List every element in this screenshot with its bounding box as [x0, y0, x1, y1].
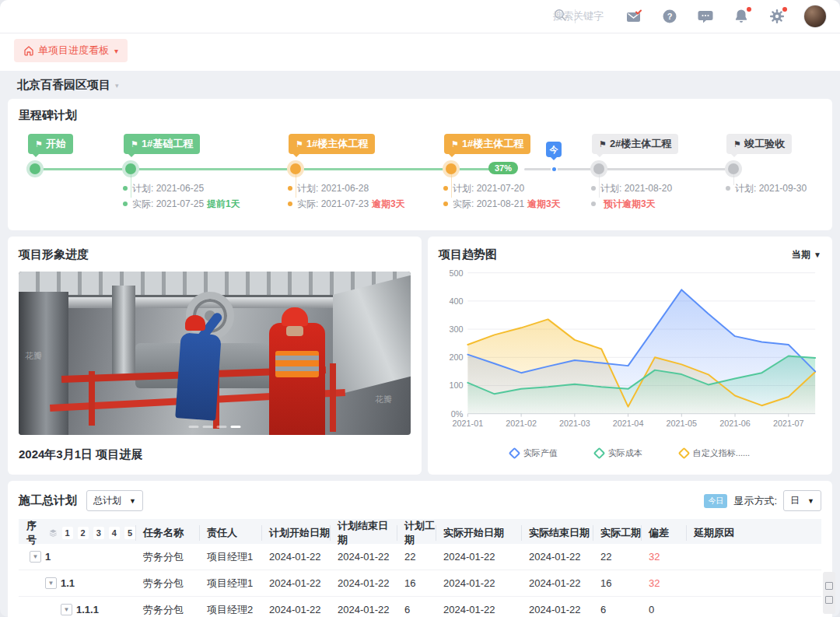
legend-marker [678, 447, 691, 460]
col-actual-start: 实际开始日期 [436, 519, 521, 547]
level-button-1[interactable]: 1 [62, 527, 73, 539]
cell-deviation: 0 [641, 604, 686, 615]
cell-plan-end: 2024-01-22 [330, 551, 397, 563]
carousel-dot[interactable] [217, 426, 227, 428]
cell-plan-end: 2024-01-22 [330, 577, 397, 589]
gear-icon[interactable] [768, 8, 786, 25]
display-mode-select[interactable]: 日 ▼ [783, 490, 821, 511]
display-mode-label: 显示方式: [733, 494, 777, 508]
cell-plan-end: 2024-01-22 [330, 604, 397, 615]
svg-text:2021-06: 2021-06 [719, 419, 751, 428]
milestone-badge: ⚑1#楼主体工程 [289, 134, 375, 154]
svg-text:2021-05: 2021-05 [666, 419, 697, 428]
cell-actual-days: 22 [593, 551, 641, 563]
legend-item[interactable]: 实际成本 [595, 447, 642, 459]
page-title: 北京百香园区项目 ▾ [17, 78, 823, 93]
bell-icon[interactable] [733, 8, 750, 25]
topbar: 搜索关键字 ? [0, 0, 840, 33]
level-button-4[interactable]: 4 [109, 527, 120, 539]
cell-actual-end: 2024-01-22 [521, 604, 593, 615]
home-icon [23, 45, 34, 56]
level-button-5[interactable]: 5 [124, 527, 135, 539]
widget-top-icon[interactable] [825, 582, 833, 590]
project-photo: 花瓣 花瓣 [19, 272, 411, 435]
chevron-down-icon: ▼ [807, 497, 814, 505]
today-marker: 今 [546, 142, 562, 157]
cell-plan-start: 2024-01-22 [261, 551, 330, 563]
photo-caption: 2024年3月1日 项目进展 [19, 447, 411, 462]
level-button-2[interactable]: 2 [78, 527, 89, 539]
chevron-down-icon: ▼ [129, 497, 136, 505]
chevron-down-icon: ▼ [814, 251, 821, 259]
serial-number: 1.1.1 [76, 604, 99, 615]
cell-plan-days: 16 [397, 577, 436, 589]
milestone-badge: ⚑开始 [28, 134, 73, 154]
legend-item[interactable]: 自定义指标...... [680, 447, 750, 459]
milestone-dot [290, 163, 301, 174]
mail-icon[interactable] [625, 8, 642, 25]
cell-serial: ▼1.1.1 [19, 604, 135, 615]
chat-icon[interactable] [697, 8, 714, 25]
legend-marker [509, 447, 521, 460]
cell-plan-start: 2024-01-22 [261, 577, 330, 589]
widget-bottom-icon[interactable] [825, 596, 833, 604]
carousel-dot[interactable] [203, 426, 213, 428]
cell-task: 劳务分包 [135, 577, 199, 591]
title-caret-icon[interactable]: ▾ [115, 82, 119, 89]
cell-actual-days: 6 [593, 604, 641, 615]
col-plan-days: 计划工期 [397, 519, 436, 547]
row-expander[interactable]: ▼ [45, 577, 57, 589]
legend-label: 实际成本 [608, 447, 642, 459]
floating-toolbar [823, 572, 835, 614]
milestone-dot [593, 163, 604, 174]
search-box[interactable]: 搜索关键字 [553, 8, 576, 25]
today-dot [551, 166, 558, 173]
chart-legend: 实际产值实际成本自定义指标...... [439, 447, 821, 459]
timeline-done-segment [35, 168, 490, 170]
plan-select-value: 总计划 [93, 494, 121, 507]
serial-number: 1.1 [61, 577, 75, 589]
svg-text:2021-04: 2021-04 [613, 419, 644, 428]
plan-select[interactable]: 总计划 ▼ [86, 490, 143, 511]
flag-icon: ⚑ [733, 139, 741, 149]
table-row: ▼1劳务分包项目经理12024-01-222024-01-22222024-01… [19, 544, 821, 570]
col-serial: 序号12345 [19, 519, 135, 547]
avatar[interactable] [804, 5, 826, 27]
flag-icon: ⚑ [296, 139, 303, 149]
level-button-3[interactable]: 3 [93, 527, 104, 539]
milestone-badge: ⚑1#基础工程 [124, 134, 200, 154]
svg-text:400: 400 [449, 296, 463, 306]
svg-text:2021-03: 2021-03 [559, 419, 590, 428]
cell-task: 劳务分包 [135, 550, 199, 564]
row-expander[interactable]: ▼ [30, 551, 41, 563]
milestone-badge: ⚑2#楼主体工程 [592, 134, 678, 154]
milestone-title: 里程碑计划 [19, 108, 821, 123]
help-icon[interactable]: ? [661, 8, 678, 25]
today-badge: 今日 [704, 494, 727, 508]
cell-plan-days: 6 [397, 604, 436, 615]
row-expander[interactable]: ▼ [61, 604, 72, 615]
legend-label: 自定义指标...... [693, 447, 750, 459]
flag-icon: ⚑ [131, 139, 138, 149]
svg-text:2021-07: 2021-07 [773, 419, 804, 428]
schedule-title: 施工总计划 [19, 493, 77, 508]
col-task: 任务名称 [135, 519, 199, 547]
cell-actual-end: 2024-01-22 [521, 551, 593, 563]
milestone-badge: ⚑1#楼主体工程 [444, 134, 530, 154]
board-selector[interactable]: 单项目进度看板 ▾ [14, 39, 128, 62]
trend-card: 项目趋势图 当期 ▼ 0%1002003004005002021-012021-… [428, 237, 832, 475]
schedule-table: 序号12345任务名称责任人计划开始日期计划结束日期计划工期实际开始日期实际结束… [19, 519, 821, 617]
carousel-dot-active[interactable] [231, 426, 241, 428]
milestone-detail: 计划: 2021-08-20预计逾期3天 [591, 181, 672, 212]
legend-item[interactable]: 实际产值 [510, 447, 558, 459]
cell-deviation: 32 [641, 551, 686, 563]
milestone-dot [30, 163, 40, 174]
milestone-badge: ⚑竣工验收 [726, 134, 792, 154]
carousel-dot[interactable] [189, 426, 199, 428]
period-selector[interactable]: 当期 ▼ [792, 248, 821, 261]
trend-title: 项目趋势图 [439, 247, 497, 262]
milestone-label: 竣工验收 [744, 137, 785, 151]
board-tag-label: 单项目进度看板 [38, 44, 109, 58]
col-actual-end: 实际结束日期 [521, 519, 593, 547]
cell-actual-days: 16 [593, 577, 641, 589]
